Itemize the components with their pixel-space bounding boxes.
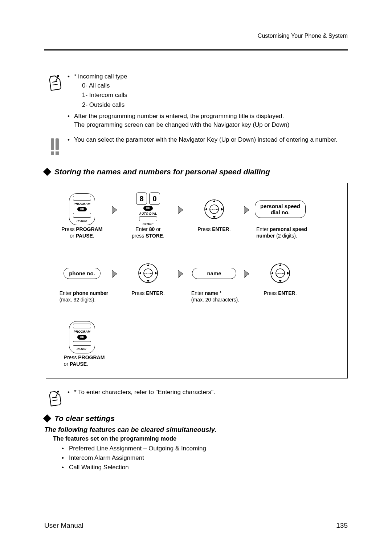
svg-marker-27: [244, 270, 249, 278]
svg-marker-23: [147, 280, 150, 282]
svg-marker-9: [178, 206, 183, 214]
note1-sub-0: 0- All calls: [82, 81, 348, 90]
step-enter-2: ENTER Press ENTER.: [121, 256, 175, 296]
step-program-caption: Press PROGRAM or PAUSE.: [62, 226, 103, 239]
section-storing-title: Storing the names and numbers for person…: [54, 167, 270, 176]
navigator-key-icon: ENTER: [136, 256, 160, 290]
arrow-icon: [241, 193, 253, 226]
speed-dial-flow: PROGRAM OR PAUSE Press PROGRAM or PAUSE.: [46, 183, 348, 378]
step-name-caption: Enter name * (max. 20 characters).: [189, 290, 239, 303]
svg-marker-16: [221, 208, 223, 211]
digit-0: 0: [149, 193, 160, 205]
footer-rule: [44, 517, 348, 517]
svg-line-1: [53, 84, 58, 85]
svg-marker-25: [155, 272, 157, 275]
navigator-key-icon: ENTER: [269, 256, 292, 290]
step-program-end: PROGRAM OR PAUSE Press PROGRAM or PAUSE.: [55, 321, 109, 367]
pause-label-2: PAUSE: [77, 347, 87, 351]
program-label-2: PROGRAM: [74, 330, 91, 333]
pause-label: PAUSE: [77, 219, 87, 223]
step-program-end-caption: Press PROGRAM or PAUSE.: [60, 354, 105, 367]
step-phone-caption: Enter phone number (max. 32 digits).: [56, 290, 109, 303]
svg-rect-5: [56, 138, 59, 150]
note3-item: * To enter characters, refer to "Enterin…: [66, 388, 348, 397]
store-label: STORE: [143, 222, 154, 226]
page-footer: User Manual 135: [44, 517, 348, 530]
note1-lead: * incoming call type: [74, 73, 127, 80]
note2-item: You can select the parameter with the Na…: [66, 135, 348, 145]
step-phone-no: phone no. Enter phone number (max. 32 di…: [55, 256, 109, 303]
arrow-icon: [241, 256, 253, 290]
input-phone-no: phone no.: [64, 268, 101, 279]
step-80-store: 8 0 OR AUTO DIAL STORE Enter 80 or press…: [121, 193, 175, 239]
section-storing-head: Storing the names and numbers for person…: [44, 167, 348, 176]
svg-rect-7: [56, 151, 59, 155]
svg-point-2: [57, 75, 59, 77]
note1-item-types: * incoming call type 0- All calls 1- Int…: [66, 72, 348, 110]
flow-row-1: PROGRAM OR PAUSE Press PROGRAM or PAUSE.: [55, 193, 339, 239]
step-personal-speed: personal speed dial no. Enter personal s…: [253, 193, 307, 239]
diamond-icon: [43, 414, 52, 423]
footer-page-number: 135: [336, 522, 348, 530]
svg-text:ENTER: ENTER: [277, 272, 284, 275]
running-head: Customising Your Phone & System: [44, 33, 348, 39]
note1-item-title: After the programming number is entered,…: [66, 112, 348, 130]
step-enter-3-caption: Press ENTER.: [264, 290, 297, 296]
flow-row-2: phone no. Enter phone number (max. 32 di…: [55, 256, 339, 303]
clear-subtitle-1: The following features can be cleared si…: [44, 426, 348, 434]
or-label: OR: [77, 207, 87, 211]
svg-marker-8: [112, 206, 117, 214]
note-block-1: * incoming call type 0- All calls 1- Int…: [44, 72, 348, 132]
svg-marker-14: [213, 216, 216, 218]
svg-line-35: [52, 397, 57, 398]
arrow-icon: [109, 193, 121, 226]
input-name: name: [192, 268, 236, 279]
auto-dial-label: AUTO DIAL: [139, 212, 157, 215]
clear-subtitle-2: The features set on the programming mode: [53, 435, 348, 442]
clear-features-list: Preferred Line Assignment – Outgoing & I…: [62, 445, 348, 471]
svg-rect-4: [51, 138, 54, 150]
arrow-icon: [109, 256, 121, 290]
svg-marker-26: [178, 270, 183, 278]
clear-item-2: Intercom Alarm Assignment: [62, 454, 348, 462]
svg-rect-6: [51, 151, 54, 155]
note1-sub-2: 2- Outside calls: [82, 101, 348, 110]
svg-marker-33: [271, 272, 273, 275]
svg-marker-34: [287, 272, 289, 275]
step-80-caption: Enter 80 or press STORE.: [132, 226, 164, 239]
or-label-2: OR: [143, 206, 153, 210]
note1-b2b: The programming screen can be changed wi…: [74, 121, 289, 128]
step-enter-3: ENTER Press ENTER.: [253, 256, 307, 296]
step-enter-1: ENTER Press ENTER.: [187, 193, 241, 232]
footer-left: User Manual: [44, 522, 83, 530]
diamond-icon: [43, 168, 52, 176]
input-personal-speed: personal speed dial no.: [255, 200, 306, 218]
store-key-graphic: 8 0 OR AUTO DIAL STORE: [136, 193, 160, 226]
svg-marker-32: [279, 280, 282, 282]
note-block-2: You can select the parameter with the Na…: [44, 135, 348, 157]
arrow-icon: [175, 256, 187, 290]
note1-sub-1: 1- Intercom calls: [82, 91, 348, 100]
step-program-1: PROGRAM OR PAUSE Press PROGRAM or PAUSE.: [55, 193, 109, 239]
section-clear-head: To clear settings: [44, 414, 348, 423]
step-personal-speed-caption: Enter personal speed number (2 digits).: [253, 226, 307, 239]
program-label: PROGRAM: [74, 202, 91, 206]
note-block-3: * To enter characters, refer to "Enterin…: [44, 388, 348, 407]
svg-line-0: [52, 81, 57, 82]
svg-text:ENTER: ENTER: [144, 272, 152, 275]
svg-text:ENTER: ENTER: [211, 208, 218, 211]
program-key-graphic: PROGRAM OR PAUSE: [69, 193, 95, 226]
step-enter-2-caption: Press ENTER.: [131, 290, 164, 296]
navigator-key-icon: ENTER: [203, 193, 226, 226]
svg-marker-15: [205, 208, 207, 211]
important-icon: [44, 135, 66, 157]
svg-line-36: [53, 400, 58, 401]
page-content: * incoming call type 0- All calls 1- Int…: [44, 50, 348, 471]
svg-marker-17: [244, 206, 249, 214]
svg-marker-13: [213, 200, 216, 202]
digit-8: 8: [136, 193, 147, 205]
svg-marker-24: [139, 272, 141, 275]
notepad-icon: [44, 388, 66, 407]
section-clear-title: To clear settings: [54, 414, 115, 423]
svg-marker-18: [112, 270, 117, 278]
